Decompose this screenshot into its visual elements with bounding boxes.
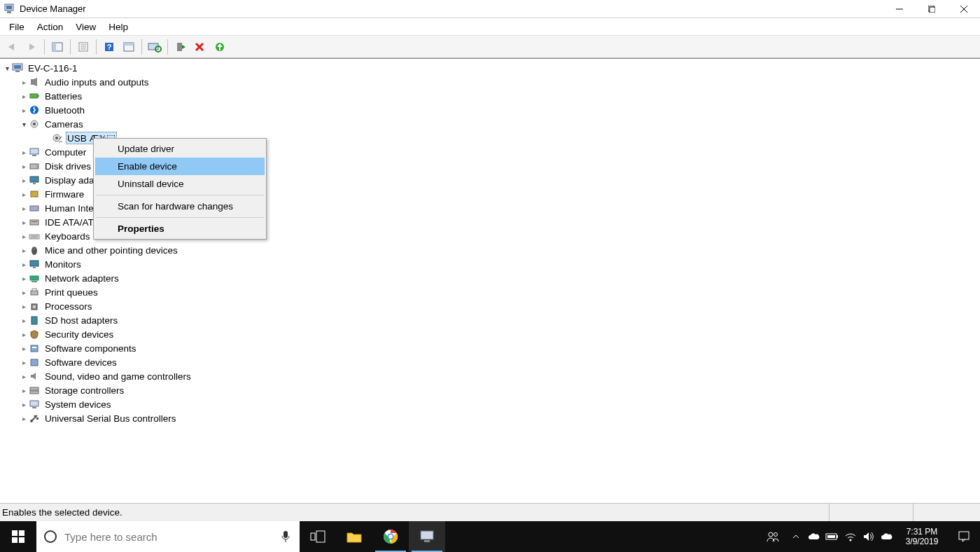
expand-arrow-icon[interactable] [20, 331, 28, 338]
svg-rect-2 [7, 11, 11, 13]
tree-root[interactable]: EV-C-116-1 [0, 61, 980, 75]
tree-category[interactable]: SD host adapters [0, 313, 980, 327]
context-menu-item[interactable]: Enable device [95, 158, 265, 175]
tree-category[interactable]: Bluetooth [0, 103, 980, 117]
expand-arrow-icon[interactable] [20, 275, 28, 282]
expand-arrow-icon[interactable] [20, 317, 28, 324]
ide-icon [28, 216, 41, 228]
expand-arrow-icon[interactable] [20, 78, 28, 86]
wifi-icon[interactable] [841, 521, 860, 552]
svg-rect-72 [30, 401, 38, 406]
svg-marker-23 [182, 45, 186, 49]
expand-arrow-icon[interactable] [20, 247, 28, 254]
svg-point-76 [34, 415, 36, 418]
expand-arrow-icon[interactable] [20, 359, 28, 366]
taskbar-file-explorer[interactable] [336, 521, 372, 552]
svg-rect-83 [284, 531, 288, 538]
help-button[interactable]: ? [100, 38, 118, 56]
action-button[interactable] [120, 38, 138, 56]
tree-category[interactable]: Monitors [0, 257, 980, 271]
tree-category-label: Disk drives [43, 160, 92, 172]
tree-category-label: Universal Serial Bus controllers [43, 413, 178, 425]
toolbar-sep [44, 39, 45, 55]
menu-bar: File Action View Help [0, 18, 980, 36]
enable-device-button[interactable] [172, 38, 190, 56]
expand-arrow-icon[interactable] [20, 191, 28, 198]
device-tree[interactable]: EV-C-116-1 Audio inputs and outputsBatte… [0, 58, 980, 503]
expand-arrow-icon[interactable] [20, 373, 28, 380]
tray-overflow-icon[interactable] [787, 521, 805, 552]
tree-category[interactable]: System devices [0, 397, 980, 411]
onedrive-icon[interactable] [805, 521, 823, 552]
battery-icon[interactable] [823, 521, 841, 552]
expand-arrow-icon[interactable] [20, 205, 28, 212]
people-icon[interactable] [759, 521, 787, 552]
expand-arrow-icon[interactable] [20, 345, 28, 352]
tree-category[interactable]: Cameras [0, 117, 980, 131]
close-button[interactable] [948, 0, 980, 18]
tree-category[interactable]: Security devices [0, 327, 980, 341]
menu-view[interactable]: View [69, 20, 102, 34]
expand-arrow-icon[interactable] [20, 387, 28, 394]
menu-help[interactable]: Help [102, 20, 134, 34]
tree-category[interactable]: Print queues [0, 285, 980, 299]
svg-rect-5 [930, 7, 935, 13]
expand-arrow-icon[interactable] [20, 219, 28, 226]
expand-arrow-icon[interactable] [20, 163, 28, 170]
show-hide-button[interactable] [48, 38, 66, 56]
tree-category[interactable]: Storage controllers [0, 383, 980, 397]
volume-icon[interactable] [860, 521, 878, 552]
properties-button[interactable] [74, 38, 92, 56]
tree-category[interactable]: Mice and other pointing devices [0, 243, 980, 257]
sd-icon [28, 315, 41, 326]
toolbar-sep [141, 39, 142, 55]
tree-category[interactable]: Software components [0, 341, 980, 355]
svg-rect-42 [30, 149, 38, 154]
maximize-button[interactable] [916, 0, 948, 18]
context-menu-item[interactable]: Properties [95, 220, 265, 237]
context-menu-item[interactable]: Update driver [95, 140, 265, 158]
tree-category[interactable]: Processors [0, 299, 980, 313]
context-menu-item[interactable]: Uninstall device [95, 175, 265, 193]
expand-arrow-icon[interactable] [20, 149, 28, 156]
tree-category-label: Print queues [43, 287, 99, 298]
menu-file[interactable]: File [3, 20, 31, 34]
tree-category[interactable]: Audio inputs and outputs [0, 75, 980, 89]
tree-category[interactable]: Universal Serial Bus controllers [0, 411, 980, 425]
update-driver-button[interactable] [211, 38, 229, 56]
tree-category[interactable]: Batteries [0, 89, 980, 103]
svg-rect-34 [38, 95, 39, 97]
cortana-icon[interactable] [36, 530, 64, 544]
expand-arrow-icon[interactable] [20, 106, 28, 114]
tree-category[interactable]: Network adapters [0, 271, 980, 285]
cloud-icon[interactable] [878, 521, 896, 552]
expand-arrow-icon[interactable] [20, 289, 28, 296]
expand-arrow-icon[interactable] [20, 303, 28, 310]
svg-rect-70 [30, 387, 38, 390]
expand-arrow-icon[interactable] [20, 120, 28, 128]
expand-arrow-icon[interactable] [20, 233, 28, 240]
start-button[interactable] [0, 521, 36, 552]
expand-arrow-icon[interactable] [20, 177, 28, 184]
taskview-button[interactable] [300, 521, 336, 552]
taskbar-device-manager[interactable] [409, 521, 445, 552]
minimize-button[interactable] [883, 0, 916, 18]
tree-category[interactable]: Sound, video and game controllers [0, 369, 980, 383]
search-input[interactable] [64, 531, 272, 543]
context-menu-item[interactable]: Scan for hardware changes [95, 198, 265, 215]
tree-category[interactable]: Software devices [0, 355, 980, 369]
menu-action[interactable]: Action [31, 20, 70, 34]
uninstall-button[interactable] [191, 38, 209, 56]
expand-arrow-icon[interactable] [20, 92, 28, 100]
expand-arrow-icon[interactable] [20, 401, 28, 408]
expand-arrow-icon[interactable] [20, 415, 28, 422]
scan-hardware-button[interactable] [146, 38, 164, 56]
notifications-button[interactable] [948, 530, 980, 543]
expand-arrow-icon[interactable] [20, 261, 28, 268]
svg-rect-66 [31, 345, 38, 352]
taskbar-chrome[interactable] [372, 521, 409, 552]
mic-icon[interactable] [272, 530, 300, 543]
taskbar-clock[interactable]: 7:31 PM 3/9/2019 [896, 527, 948, 546]
expand-arrow-icon[interactable] [3, 64, 11, 72]
search-box[interactable] [36, 521, 300, 552]
